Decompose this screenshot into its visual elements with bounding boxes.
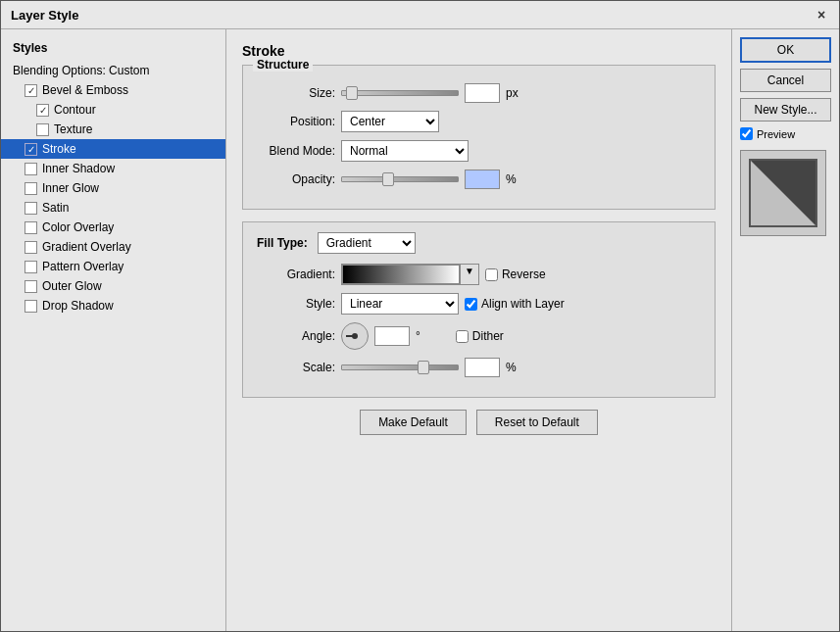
inner-shadow-checkbox[interactable] (25, 163, 37, 175)
reverse-label: Reverse (502, 267, 546, 281)
blend-mode-row: Blend Mode: Normal Dissolve Multiply Scr… (257, 140, 701, 162)
scale-slider[interactable] (341, 365, 459, 370)
sidebar-header: Styles (1, 37, 225, 61)
size-slider-thumb[interactable] (346, 86, 358, 100)
scale-input[interactable]: 100 (465, 358, 500, 377)
title-bar: Layer Style × (1, 1, 839, 29)
structure-section: Structure Size: 1 px Position: Inside (242, 65, 716, 210)
drop-shadow-checkbox[interactable] (25, 300, 37, 313)
style-select[interactable]: Linear Radial Angle Reflected Diamond (341, 293, 459, 315)
gradient-overlay-checkbox[interactable] (25, 241, 37, 254)
inner-glow-checkbox[interactable] (25, 182, 37, 195)
sidebar-item-inner-glow[interactable]: Inner Glow (1, 178, 225, 198)
sidebar-item-color-overlay[interactable]: Color Overlay (1, 218, 225, 237)
color-overlay-checkbox[interactable] (25, 221, 37, 234)
fill-type-select[interactable]: Gradient Color Pattern (318, 232, 416, 254)
main-content: Stroke Structure Size: 1 px Position: (226, 29, 731, 631)
reverse-checkbox[interactable] (485, 268, 498, 281)
make-default-button[interactable]: Make Default (360, 410, 467, 435)
fill-type-label: Fill Type: (257, 236, 308, 250)
angle-dial[interactable] (341, 322, 369, 350)
stroke-checkbox[interactable] (25, 143, 37, 156)
close-button[interactable]: × (814, 7, 829, 23)
new-style-button[interactable]: New Style... (740, 98, 831, 122)
scale-label: Scale: (257, 361, 335, 374)
degree-symbol: ° (416, 329, 420, 343)
angle-row: Angle: 0 ° Dither (257, 322, 701, 350)
dialog-title: Layer Style (11, 8, 78, 23)
stroke-section-title: Stroke (242, 43, 716, 59)
position-row: Position: Inside Center Outside (257, 111, 701, 132)
preview-label-text: Preview (757, 128, 795, 140)
align-with-layer-checkbox[interactable] (465, 298, 477, 311)
sidebar: Styles Blending Options: Custom Bevel & … (1, 29, 226, 631)
dialog-body: Styles Blending Options: Custom Bevel & … (1, 29, 839, 631)
satin-checkbox[interactable] (25, 202, 37, 215)
sidebar-item-drop-shadow[interactable]: Drop Shadow (1, 296, 225, 316)
color-overlay-label: Color Overlay (42, 220, 114, 234)
preview-box (740, 150, 826, 236)
sidebar-item-contour[interactable]: Contour (1, 100, 225, 120)
sidebar-item-gradient-overlay[interactable]: Gradient Overlay (1, 237, 225, 257)
size-input[interactable]: 1 (465, 83, 500, 103)
gradient-dropdown-arrow[interactable]: ▼ (460, 265, 478, 284)
gradient-picker[interactable]: ▼ (341, 264, 479, 285)
inner-glow-label: Inner Glow (42, 181, 99, 195)
preview-svg (749, 159, 817, 227)
sidebar-item-satin[interactable]: Satin (1, 198, 225, 218)
opacity-row: Opacity: 41 % (257, 170, 701, 189)
contour-label: Contour (54, 103, 96, 117)
right-panel: OK Cancel New Style... Preview (731, 29, 839, 631)
blending-options-label: Blending Options: Custom (13, 64, 149, 77)
scale-slider-thumb[interactable] (418, 361, 429, 374)
reverse-checkbox-row: Reverse (485, 267, 546, 281)
style-label: Style: (257, 297, 335, 311)
opacity-slider-thumb[interactable] (382, 172, 394, 186)
inner-shadow-label: Inner Shadow (42, 162, 115, 175)
align-with-layer-row: Align with Layer (465, 297, 565, 311)
align-with-layer-label: Align with Layer (481, 297, 565, 311)
angle-label: Angle: (257, 329, 335, 343)
sidebar-item-stroke[interactable]: Stroke (1, 139, 225, 159)
pattern-overlay-checkbox[interactable] (25, 261, 37, 273)
dither-checkbox[interactable] (456, 330, 469, 343)
sidebar-item-inner-shadow[interactable]: Inner Shadow (1, 159, 225, 178)
sidebar-item-blending-options[interactable]: Blending Options: Custom (1, 61, 225, 80)
opacity-slider[interactable] (341, 176, 459, 182)
structure-title: Structure (253, 58, 313, 72)
sidebar-item-bevel-emboss[interactable]: Bevel & Emboss (1, 80, 225, 100)
scale-row: Scale: 100 % (257, 358, 701, 377)
angle-input[interactable]: 0 (374, 326, 410, 346)
blend-mode-select[interactable]: Normal Dissolve Multiply Screen Overlay (341, 140, 469, 162)
angle-dot (352, 333, 358, 339)
reset-to-default-button[interactable]: Reset to Default (476, 410, 598, 435)
fill-type-row: Fill Type: Gradient Color Pattern (257, 232, 701, 254)
sidebar-item-pattern-overlay[interactable]: Pattern Overlay (1, 257, 225, 276)
scale-unit: % (506, 361, 517, 374)
opacity-unit: % (506, 172, 517, 186)
satin-label: Satin (42, 201, 69, 215)
style-row: Style: Linear Radial Angle Reflected Dia… (257, 293, 701, 315)
contour-checkbox[interactable] (36, 104, 49, 117)
pattern-overlay-label: Pattern Overlay (42, 260, 124, 273)
dither-label: Dither (472, 329, 504, 343)
opacity-input[interactable]: 41 (465, 170, 500, 189)
size-label: Size: (257, 86, 335, 100)
blend-mode-label: Blend Mode: (257, 144, 335, 158)
bevel-emboss-checkbox[interactable] (25, 84, 37, 97)
gradient-swatch[interactable] (342, 265, 460, 284)
sidebar-item-outer-glow[interactable]: Outer Glow (1, 276, 225, 296)
cancel-button[interactable]: Cancel (740, 69, 831, 92)
preview-checkbox[interactable] (740, 127, 753, 140)
texture-checkbox[interactable] (36, 123, 49, 136)
ok-button[interactable]: OK (740, 37, 831, 63)
size-unit: px (506, 86, 519, 100)
layer-style-dialog: Layer Style × Styles Blending Options: C… (0, 0, 840, 632)
preview-row: Preview (740, 127, 831, 140)
bottom-buttons: Make Default Reset to Default (242, 410, 716, 435)
outer-glow-checkbox[interactable] (25, 280, 37, 293)
sidebar-item-texture[interactable]: Texture (1, 120, 225, 139)
opacity-label: Opacity: (257, 172, 335, 186)
position-select[interactable]: Inside Center Outside (341, 111, 439, 132)
size-slider[interactable] (341, 90, 459, 96)
